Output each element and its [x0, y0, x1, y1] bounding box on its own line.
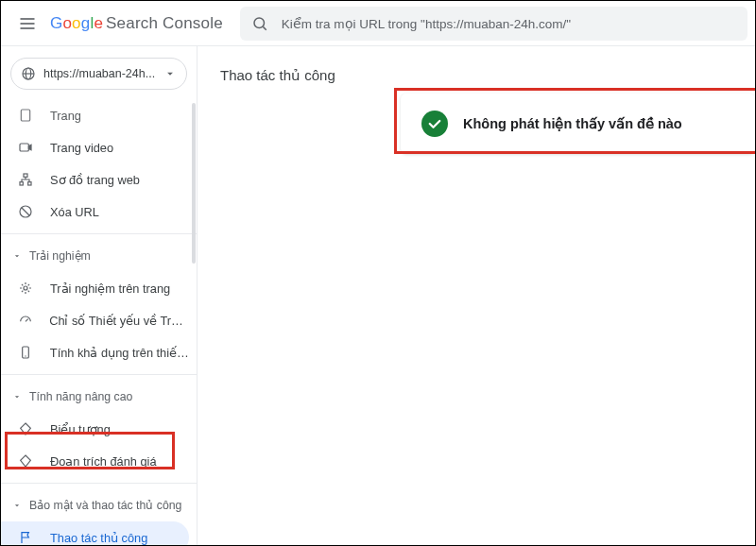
svg-marker-10: [28, 145, 31, 149]
nav-item-sitemaps[interactable]: Sơ đồ trang web: [1, 163, 197, 196]
caret-down-icon: [10, 251, 24, 261]
divider: [1, 233, 197, 234]
sidebar: https://muaban-24h... Trang Trang video …: [1, 46, 198, 545]
search-placeholder: Kiểm tra mọi URL trong "https://muaban-2…: [282, 16, 571, 31]
speed-icon: [18, 313, 38, 328]
caret-down-icon: [10, 501, 24, 510]
sidebar-scrollbar[interactable]: [192, 103, 196, 264]
menu-button[interactable]: [9, 5, 46, 43]
sidebar-nav: Trang Trang video Sơ đồ trang web Xóa UR…: [1, 99, 197, 545]
page-title: Thao tác thủ công: [220, 67, 732, 84]
video-icon: [18, 140, 39, 155]
nav-item-core-web-vitals[interactable]: Chỉ số Thiết yếu về Tran...: [1, 304, 197, 336]
diamond-icon: [18, 453, 39, 469]
url-inspection-search[interactable]: Kiểm tra mọi URL trong "https://muaban-2…: [240, 7, 747, 41]
search-icon: [251, 15, 268, 32]
sitemap-icon: [18, 172, 39, 187]
globe-icon: [21, 66, 36, 81]
product-logo[interactable]: Google Search Console: [50, 14, 223, 33]
product-name: Search Console: [106, 14, 223, 33]
document-icon: [18, 108, 39, 123]
svg-line-15: [22, 208, 29, 215]
nav-item-removals[interactable]: Xóa URL: [1, 196, 197, 228]
nav-item-review-snippets[interactable]: Đoạn trích đánh giá: [1, 445, 197, 477]
status-card: Không phát hiện thấy vấn đề nào: [401, 94, 755, 154]
app-header: Google Search Console Kiểm tra mọi URL t…: [1, 1, 755, 46]
nav-item-pages[interactable]: Trang: [1, 99, 197, 131]
chevron-down-icon: [163, 67, 177, 80]
nav-item-page-experience[interactable]: Trải nghiệm trên trang: [1, 272, 197, 304]
main-content: Thao tác thủ công Không phát hiện thấy v…: [198, 46, 755, 545]
mobile-icon: [18, 345, 39, 360]
status-message: Không phát hiện thấy vấn đề nào: [463, 116, 682, 131]
property-selector[interactable]: https://muaban-24h...: [10, 58, 187, 90]
svg-point-16: [24, 286, 27, 290]
check-circle-icon: [421, 111, 448, 137]
nav-item-video-pages[interactable]: Trang video: [1, 131, 197, 163]
svg-rect-12: [20, 182, 23, 185]
divider: [1, 483, 197, 484]
svg-rect-11: [24, 174, 27, 177]
nav-item-manual-actions[interactable]: Thao tác thủ công: [1, 521, 189, 545]
diamond-icon: [18, 421, 39, 436]
svg-rect-8: [21, 110, 29, 121]
flag-icon: [18, 530, 39, 545]
svg-rect-9: [20, 144, 28, 151]
block-icon: [18, 204, 39, 219]
svg-line-4: [263, 26, 266, 29]
divider: [1, 374, 197, 375]
hamburger-icon: [18, 14, 37, 33]
sparkle-icon: [18, 281, 39, 296]
nav-item-mobile-usability[interactable]: Tính khả dụng trên thiết...: [1, 336, 197, 368]
nav-item-logos[interactable]: Biểu tượng: [1, 413, 197, 445]
svg-rect-13: [28, 182, 31, 185]
section-security-manual-actions[interactable]: Bảo mật và thao tác thủ công: [1, 489, 197, 521]
property-label: https://muaban-24h...: [43, 67, 163, 80]
svg-point-3: [254, 18, 265, 28]
section-enhancements[interactable]: Tính năng nâng cao: [1, 381, 197, 413]
section-experience[interactable]: Trải nghiệm: [1, 240, 197, 272]
caret-down-icon: [10, 392, 24, 401]
svg-line-17: [26, 319, 28, 322]
